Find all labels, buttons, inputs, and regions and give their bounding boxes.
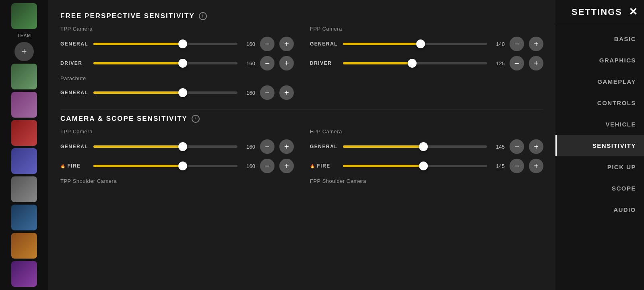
avatar-2[interactable] [11,92,37,118]
parachute-general-track[interactable] [93,91,237,94]
nav-item-audio[interactable]: AUDIO [555,199,644,220]
avatar-7[interactable] [11,233,37,259]
fpp-general-label: GENERAL [310,41,338,47]
fpp-shoulder-label: FPP Shoulder Camera [310,178,543,184]
avatar-1[interactable] [11,64,37,89]
tpp-scope-general-value: 160 [242,144,255,150]
tpp-camera-label: TPP Camera [60,26,294,32]
fpp-scope-fire-slider-row: 🔥FIRE 145 − + [310,159,543,173]
fpp-driver-track[interactable] [343,62,487,64]
settings-title: SETTINGS [572,7,622,17]
free-perspective-section-title: FREE PERSPECTIVE SENSITIVITY i [60,12,543,20]
tpp-scope-general-track[interactable] [93,145,237,148]
tpp-scope-general-plus-button[interactable]: + [279,139,294,154]
parachute-general-slider-row: GENERAL 160 − + [60,85,294,100]
nav-items: BASIC GRAPHICS GAMEPLAY CONTROLS VEHICLE… [555,24,644,290]
fpp-general-value: 140 [492,41,505,47]
fpp-general-track[interactable] [343,43,487,45]
fpp-scope-fire-plus-button[interactable]: + [529,159,543,173]
fpp-camera-label: FPP Camera [310,26,543,32]
add-team-button[interactable]: + [14,42,34,61]
fpp-driver-plus-button[interactable]: + [529,56,543,70]
avatar-6[interactable] [11,205,37,230]
fpp-driver-label: DRIVER [310,60,338,66]
avatar-3[interactable] [11,120,37,146]
fpp-scope-fire-value: 145 [492,163,505,169]
tpp-scope-fire-minus-button[interactable]: − [260,159,275,173]
tpp-scope-fire-plus-button[interactable]: + [279,159,294,173]
fpp-scope-general-value: 145 [492,144,505,150]
tpp-scope-general-minus-button[interactable]: − [260,139,275,154]
fpp-scope-fire-label: 🔥FIRE [310,163,338,169]
nav-item-pickup[interactable]: PICK UP [555,156,644,178]
fpp-scope-general-minus-button[interactable]: − [510,139,524,154]
nav-item-controls[interactable]: CONTROLS [555,92,644,114]
tpp-driver-label: DRIVER [60,60,89,66]
right-nav: SETTINGS ✕ BASIC GRAPHICS GAMEPLAY CONTR… [555,0,644,290]
fpp-driver-value: 125 [492,60,505,66]
tpp-driver-plus-button[interactable]: + [279,56,294,70]
camera-scope-info-icon[interactable]: i [192,115,200,123]
fpp-scope-general-track[interactable] [343,145,487,148]
parachute-general-minus-button[interactable]: − [260,85,275,100]
tpp-scope-camera-col: TPP Camera GENERAL 160 − + 🔥FIRE [60,128,294,189]
fpp-general-slider-row: GENERAL 140 − + [310,37,543,51]
nav-item-sensitivity[interactable]: SENSITIVITY [555,135,644,156]
tpp-general-label: GENERAL [60,41,89,47]
tpp-scope-camera-label: TPP Camera [60,128,294,135]
camera-scope-cameras: TPP Camera GENERAL 160 − + 🔥FIRE [60,128,543,189]
fpp-scope-fire-track[interactable] [343,165,487,167]
parachute-general-label: GENERAL [60,90,89,95]
tpp-general-value: 160 [242,41,255,47]
fpp-camera-col: FPP Camera GENERAL 140 − + DRIVER [310,26,543,105]
tpp-driver-minus-button[interactable]: − [260,56,275,70]
nav-item-gameplay[interactable]: GAMEPLAY [555,71,644,92]
fire-icon-fpp: 🔥 [310,164,316,168]
free-perspective-cameras: TPP Camera GENERAL 160 − + DRIVER [60,26,543,105]
tpp-general-minus-button[interactable]: − [260,37,275,51]
avatar-8[interactable] [11,261,37,287]
tpp-scope-general-label: GENERAL [60,144,89,149]
fpp-scope-fire-minus-button[interactable]: − [510,159,524,173]
fpp-general-plus-button[interactable]: + [529,37,543,51]
parachute-general-value: 160 [242,90,255,96]
avatar-5[interactable] [11,176,37,202]
tpp-general-track[interactable] [93,43,237,45]
fire-icon-tpp: 🔥 [60,164,66,168]
tpp-driver-value: 160 [242,60,255,66]
tpp-scope-fire-slider-row: 🔥FIRE 160 − + [60,159,294,173]
left-sidebar: TEAM + [0,0,48,290]
tpp-scope-fire-label: 🔥FIRE [60,163,89,169]
section-divider-1 [60,110,543,110]
top-avatar[interactable] [11,3,37,29]
fpp-scope-general-plus-button[interactable]: + [529,139,543,154]
fpp-driver-slider-row: DRIVER 125 − + [310,56,543,70]
close-icon[interactable]: ✕ [629,6,638,18]
fpp-scope-camera-col: FPP Camera GENERAL 145 − + 🔥FIRE [310,128,543,189]
tpp-camera-col: TPP Camera GENERAL 160 − + DRIVER [60,26,294,105]
nav-item-scope[interactable]: SCOPE [555,178,644,199]
tpp-driver-slider-row: DRIVER 160 − + [60,56,294,70]
parachute-general-plus-button[interactable]: + [279,85,294,100]
parachute-label: Parachute [60,75,294,81]
camera-scope-section-title: CAMERA & SCOPE SENSITIVITY i [60,115,543,123]
nav-item-basic[interactable]: BASIC [555,28,644,50]
main-content: FREE PERSPECTIVE SENSITIVITY i TPP Camer… [48,0,555,290]
tpp-scope-general-slider-row: GENERAL 160 − + [60,139,294,154]
tpp-scope-fire-value: 160 [242,163,255,169]
fpp-scope-camera-label: FPP Camera [310,128,543,135]
tpp-shoulder-label: TPP Shoulder Camera [60,178,294,184]
fpp-driver-minus-button[interactable]: − [510,56,524,70]
nav-item-vehicle[interactable]: VEHICLE [555,114,644,135]
tpp-general-plus-button[interactable]: + [279,37,294,51]
fpp-scope-general-slider-row: GENERAL 145 − + [310,139,543,154]
nav-item-graphics[interactable]: GRAPHICS [555,50,644,71]
avatar-4[interactable] [11,148,37,174]
free-perspective-info-icon[interactable]: i [199,12,207,20]
fpp-general-minus-button[interactable]: − [510,37,524,51]
fpp-scope-general-label: GENERAL [310,144,338,149]
tpp-driver-track[interactable] [93,62,237,64]
tpp-scope-fire-track[interactable] [93,165,237,167]
tpp-general-slider-row: GENERAL 160 − + [60,37,294,51]
settings-header: SETTINGS ✕ [555,0,644,24]
